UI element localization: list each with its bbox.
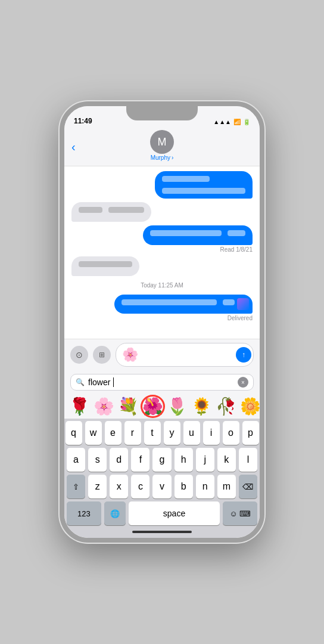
emoji-wilted[interactable]: 🥀 — [216, 397, 236, 416]
key-c[interactable]: c — [131, 475, 149, 499]
key-d[interactable]: d — [110, 448, 128, 472]
delete-key[interactable]: ⌫ — [239, 475, 257, 499]
keyboard: q w e r t y u i o p a s d f g h j k l ⇧ … — [64, 419, 260, 528]
key-g[interactable]: g — [152, 448, 171, 472]
emoji-bouquet[interactable]: 💐 — [118, 397, 139, 416]
globe-key[interactable]: 🌐 — [104, 501, 126, 525]
key-s[interactable]: s — [88, 448, 107, 472]
key-h[interactable]: h — [175, 448, 193, 472]
input-wrap: 🌸 ↑ — [116, 343, 254, 367]
messages-area[interactable]: Read 1/8/21 Today 11:25 AM Delivered — [64, 166, 260, 339]
emoji-rose[interactable]: 🌹 — [69, 397, 90, 416]
flower-emoji-input: 🌸 — [122, 347, 138, 363]
delivered-status: Delivered — [228, 315, 253, 321]
blur-text — [162, 176, 210, 182]
key-z[interactable]: z — [88, 475, 107, 499]
input-area: ⊙ ⊞ 🌸 ↑ — [64, 339, 260, 370]
blur-text — [79, 261, 132, 267]
key-r[interactable]: r — [124, 421, 141, 445]
key-j[interactable]: j — [196, 448, 214, 472]
avatar: M — [150, 130, 174, 154]
msg-bubble-incoming — [71, 256, 139, 276]
message-row — [71, 202, 253, 222]
read-status: Read 1/8/21 — [220, 246, 253, 253]
blur-text — [150, 230, 222, 236]
key-n[interactable]: n — [196, 475, 214, 499]
key-a[interactable]: a — [67, 448, 85, 472]
key-k[interactable]: k — [217, 448, 236, 472]
msg-bubble-outgoing — [155, 171, 253, 199]
wifi-icon: 📶 — [233, 119, 241, 125]
key-f[interactable]: f — [131, 448, 149, 472]
notch — [126, 106, 198, 120]
key-y[interactable]: y — [164, 421, 180, 445]
message-input[interactable]: 🌸 — [116, 343, 254, 367]
search-icon: 🔍 — [76, 378, 85, 386]
bottom-bar — [64, 528, 260, 538]
msg-bubble-incoming — [71, 202, 151, 222]
key-o[interactable]: o — [223, 421, 239, 445]
emoji-blossom[interactable]: 🌼 — [240, 397, 260, 416]
battery-icon: 🔋 — [243, 119, 250, 125]
space-key[interactable]: space — [129, 501, 220, 525]
emoji-hibiscus[interactable]: 🌺 — [142, 397, 163, 416]
emoji-search-text[interactable]: flower — [88, 377, 234, 387]
status-icons: ▲▲▲ 📶 🔋 — [213, 119, 250, 125]
key-row-3: ⇧ z x c v b n m ⌫ — [64, 475, 260, 499]
key-b[interactable]: b — [175, 475, 193, 499]
contact-name[interactable]: Murphy › — [151, 154, 174, 161]
space-label: space — [163, 509, 185, 518]
key-u[interactable]: u — [183, 421, 200, 445]
key-p[interactable]: p — [242, 421, 259, 445]
phone-frame: 11:49 ▲▲▲ 📶 🔋 ‹ M Murphy › — [60, 101, 264, 543]
blur-text — [108, 207, 144, 213]
shift-key[interactable]: ⇧ — [67, 475, 85, 499]
emoji-sunflower[interactable]: 🌻 — [191, 397, 212, 416]
emoji-tulip[interactable]: 🌷 — [167, 397, 188, 416]
key-row-1: q w e r t y u i o p — [64, 421, 260, 445]
blur-text — [79, 207, 102, 213]
msg-bubble-outgoing — [114, 295, 253, 314]
send-button[interactable]: ↑ — [236, 347, 251, 363]
emoji-search-input-wrap[interactable]: 🔍 flower × — [70, 374, 254, 391]
key-row-2: a s d f g h j k l — [64, 448, 260, 472]
signal-icon: ▲▲▲ — [213, 119, 231, 125]
nav-header: ‹ M Murphy › — [64, 128, 260, 166]
blur-text — [162, 188, 245, 194]
home-indicator — [132, 531, 192, 533]
apps-button[interactable]: ⊞ — [93, 346, 111, 364]
emoji-return-key[interactable]: ☺ ⌨ — [223, 501, 257, 525]
msg-bubble-outgoing — [143, 225, 253, 245]
key-m[interactable]: m — [217, 475, 236, 499]
key-w[interactable]: w — [85, 421, 102, 445]
emoji-search-bar: 🔍 flower × — [64, 370, 260, 394]
section-label: Today 11:25 AM — [71, 282, 253, 289]
key-row-4: 123 🌐 space ☺ ⌨ — [64, 501, 260, 525]
camera-button[interactable]: ⊙ — [70, 346, 88, 364]
contact-name-text: Murphy — [151, 154, 170, 161]
message-row — [71, 171, 253, 199]
camera-icon: ⊙ — [76, 350, 83, 360]
clear-icon: × — [241, 379, 245, 386]
blur-text — [228, 230, 245, 236]
emoji-cherry-blossom[interactable]: 🌸 — [94, 397, 114, 416]
numbers-key[interactable]: 123 — [67, 501, 101, 525]
message-row: Delivered — [71, 295, 253, 322]
blur-text — [122, 299, 217, 305]
chevron-icon: › — [172, 154, 173, 161]
blur-text — [223, 299, 235, 305]
back-button[interactable]: ‹ — [71, 140, 76, 154]
key-e[interactable]: e — [105, 421, 122, 445]
key-t[interactable]: t — [144, 421, 161, 445]
key-i[interactable]: i — [203, 421, 220, 445]
key-l[interactable]: l — [239, 448, 257, 472]
key-q[interactable]: q — [66, 421, 82, 445]
key-x[interactable]: x — [110, 475, 128, 499]
apps-icon: ⊞ — [99, 351, 105, 359]
key-v[interactable]: v — [152, 475, 171, 499]
numbers-label: 123 — [77, 509, 91, 518]
clear-search-button[interactable]: × — [238, 377, 248, 388]
send-icon: ↑ — [242, 351, 245, 359]
message-row: Read 1/8/21 — [71, 225, 253, 253]
emoji-results: 🌹 🌸 💐 🌺 🌷 🌻 🥀 🌼 — [64, 394, 260, 419]
